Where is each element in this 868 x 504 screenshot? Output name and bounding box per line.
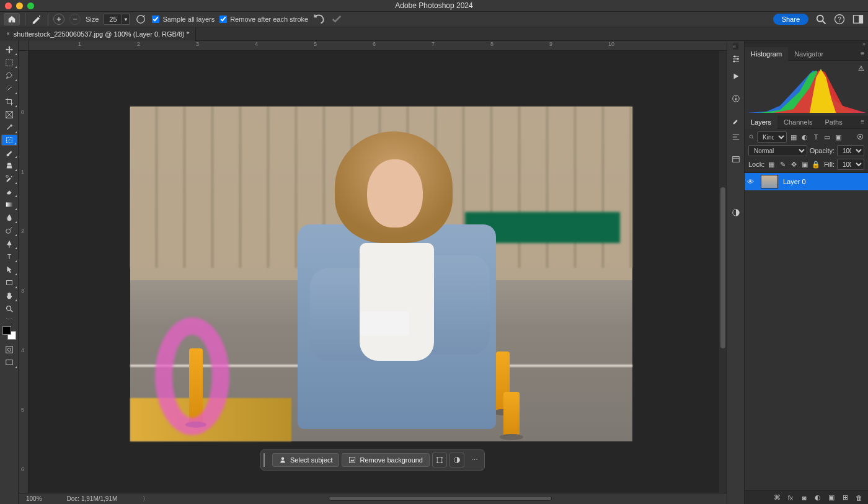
screen-mode-icon[interactable] [1, 356, 17, 369]
comments-panel-icon[interactable] [729, 206, 743, 219]
panel-menu-icon[interactable]: ≡ [861, 118, 868, 125]
more-options-icon[interactable]: ⋯ [467, 453, 482, 467]
new-layer-icon[interactable]: ⊞ [841, 493, 849, 502]
path-selection-tool[interactable] [1, 263, 17, 276]
blur-tool[interactable] [1, 211, 17, 224]
canvas-image[interactable] [130, 107, 632, 441]
move-tool[interactable] [1, 43, 17, 56]
rectangle-shape-tool[interactable] [1, 276, 17, 289]
vertical-scrollbar[interactable] [719, 51, 727, 493]
brush-subtract-mode-icon[interactable] [69, 14, 81, 25]
pen-tool[interactable] [1, 237, 17, 250]
layer-name[interactable]: Layer 0 [783, 178, 806, 185]
search-icon[interactable] [815, 13, 827, 25]
dodge-tool[interactable] [1, 224, 17, 237]
info-panel-icon[interactable] [729, 92, 743, 105]
undo-stroke-icon[interactable] [313, 13, 326, 25]
adjustments-icon[interactable] [450, 453, 464, 467]
blend-mode-select[interactable]: Normal [748, 145, 807, 156]
sample-all-layers-checkbox[interactable]: Sample all layers [152, 15, 215, 23]
status-flyout-icon[interactable]: 〉 [143, 495, 149, 503]
brush-add-mode-icon[interactable] [53, 14, 64, 25]
apply-stroke-icon[interactable] [330, 13, 343, 25]
remove-after-stroke-checkbox[interactable]: Remove after each stroke [219, 15, 308, 23]
brush-size-dropdown[interactable]: ▼ [122, 14, 130, 25]
adjustments-panel-icon[interactable] [729, 52, 743, 66]
share-button[interactable]: Share [773, 14, 808, 25]
filter-toggle-icon[interactable]: ⦿ [856, 133, 864, 141]
horizontal-scrollbar[interactable] [167, 496, 720, 502]
drag-handle-icon[interactable] [264, 453, 267, 467]
filter-smart-icon[interactable]: ▣ [834, 133, 843, 141]
workspace-switcher-icon[interactable] [852, 13, 864, 25]
crop-tool[interactable] [1, 95, 17, 108]
panel-menu-icon[interactable]: ≡ [861, 50, 868, 57]
layer-thumbnail[interactable] [761, 175, 778, 188]
actions-panel-icon[interactable] [729, 69, 743, 83]
layer-row[interactable]: 👁 Layer 0 [745, 173, 868, 190]
magic-wand-tool[interactable] [1, 82, 17, 95]
tab-paths[interactable]: Paths [819, 115, 849, 129]
delete-layer-icon[interactable]: 🗑 [854, 493, 863, 502]
filter-adjustment-icon[interactable]: ◐ [800, 133, 809, 141]
lock-position-icon[interactable]: ✥ [789, 160, 798, 169]
help-icon[interactable]: ? [833, 13, 846, 25]
layer-fx-icon[interactable]: fx [786, 493, 795, 502]
layer-list[interactable]: 👁 Layer 0 [745, 173, 868, 490]
tool-preset-icon[interactable] [30, 13, 43, 25]
lock-artboard-icon[interactable]: ▣ [800, 160, 809, 169]
fill-input[interactable]: 100% [837, 159, 864, 170]
quick-mask-icon[interactable] [1, 343, 17, 356]
color-swatches[interactable] [2, 326, 16, 340]
canvas-area[interactable]: 12345678910 0123456 [19, 41, 727, 504]
home-button[interactable] [4, 13, 20, 25]
align-panel-icon[interactable] [729, 130, 743, 144]
tab-layers[interactable]: Layers [745, 115, 777, 129]
close-tab-icon[interactable]: × [6, 30, 10, 37]
tab-histogram[interactable]: Histogram [745, 47, 788, 61]
lock-pixels-icon[interactable]: ✎ [778, 160, 787, 169]
collapse-arrows-icon[interactable]: « [733, 43, 738, 50]
group-layers-icon[interactable]: ▣ [827, 493, 836, 502]
brush-tool[interactable] [1, 146, 17, 159]
filter-type-icon[interactable]: T [812, 133, 820, 141]
remove-background-button[interactable]: Remove background [342, 453, 430, 467]
gradient-tool[interactable] [1, 198, 17, 211]
lock-all-icon[interactable]: 🔒 [812, 160, 820, 169]
zoom-tool[interactable] [1, 303, 17, 315]
brushes-panel-icon[interactable] [729, 114, 743, 128]
eyedropper-tool[interactable] [1, 122, 17, 134]
layer-filter-kind[interactable]: Kind [757, 131, 787, 143]
lasso-tool[interactable] [1, 69, 17, 82]
hand-tool[interactable] [1, 290, 17, 302]
frame-tool[interactable] [1, 108, 17, 121]
adjustment-layer-icon[interactable]: ◐ [813, 493, 822, 502]
filter-shape-icon[interactable]: ▭ [823, 133, 831, 141]
zoom-level[interactable]: 100% [26, 495, 42, 502]
type-tool[interactable]: T [1, 250, 17, 263]
tab-channels[interactable]: Channels [777, 115, 818, 129]
link-layers-icon[interactable]: ⌘ [773, 493, 781, 502]
transform-icon[interactable] [432, 453, 447, 467]
eraser-tool[interactable] [1, 185, 17, 198]
brush-size-input[interactable] [104, 14, 122, 25]
libraries-panel-icon[interactable] [729, 153, 743, 166]
select-subject-button[interactable]: Select subject [272, 453, 339, 467]
filter-pixel-icon[interactable]: ▦ [789, 133, 798, 141]
collapse-arrows-icon[interactable]: » [745, 41, 868, 47]
layer-visibility-icon[interactable]: 👁 [747, 178, 756, 185]
more-tools-icon[interactable]: ⋯ [1, 316, 17, 323]
spot-healing-brush-tool[interactable] [1, 135, 17, 146]
contextual-task-bar[interactable]: Select subject Remove background ⋯ [260, 449, 485, 471]
history-brush-tool[interactable] [1, 172, 17, 185]
layer-mask-icon[interactable]: ◙ [800, 493, 808, 502]
doc-size[interactable]: Doc: 1,91M/1,91M [67, 495, 118, 502]
brush-settings-icon[interactable] [135, 13, 147, 25]
rectangular-marquee-tool[interactable] [1, 56, 17, 69]
foreground-color-swatch[interactable] [2, 326, 11, 335]
histogram-warning-icon[interactable]: ⚠ [858, 64, 864, 73]
tab-navigator[interactable]: Navigator [788, 47, 830, 61]
lock-transparent-icon[interactable]: ▦ [767, 160, 776, 169]
document-tab[interactable]: × shutterstock_2250060537.jpg @ 100% (La… [0, 27, 196, 41]
opacity-input[interactable]: 100% [837, 145, 864, 156]
